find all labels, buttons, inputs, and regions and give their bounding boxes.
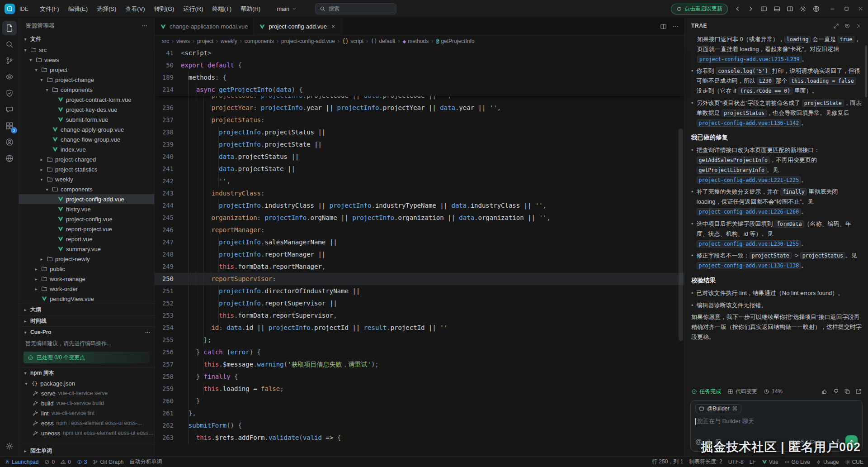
tree-item[interactable]: ▾project bbox=[19, 65, 154, 75]
menu-item[interactable]: 查看(V) bbox=[121, 3, 149, 15]
status-item[interactable]: Usage bbox=[816, 459, 839, 465]
npm-script-item[interactable]: buildvue-cli-service build bbox=[19, 398, 154, 408]
toggle-sidebar-icon[interactable] bbox=[760, 5, 767, 12]
ai-chat-input[interactable]: @Builder ⌘ 您正在与 Builder 聊天 @ # GPT-5.3-C… bbox=[690, 400, 863, 452]
section-files[interactable]: ▾ 文件 bbox=[19, 33, 154, 45]
menu-item[interactable]: 编辑(E) bbox=[64, 3, 92, 15]
status-item[interactable]: LF bbox=[750, 459, 756, 465]
code-line[interactable]: 239projectInfo.projectState || bbox=[155, 138, 684, 151]
menu-item[interactable]: 选择(S) bbox=[93, 3, 120, 15]
code-line[interactable]: 250reportSupervisor: bbox=[155, 273, 684, 285]
npm-script-item[interactable]: lintvue-cli-service lint bbox=[19, 408, 154, 418]
split-editor-icon[interactable] bbox=[660, 23, 667, 30]
code-line[interactable]: 256} catch (error) { bbox=[155, 346, 684, 358]
extensions-icon[interactable]: 3 bbox=[2, 119, 17, 133]
back-icon[interactable] bbox=[734, 5, 741, 12]
code-line[interactable]: 253this.formData.reportSupervisor, bbox=[155, 310, 684, 322]
tree-item[interactable]: change-apply-group.vue bbox=[19, 124, 154, 134]
code-line[interactable]: 245organization: projectInfo.orgName || … bbox=[155, 212, 684, 224]
breadcrumb-item[interactable]: ◆methods bbox=[402, 38, 429, 44]
breadcrumb-item[interactable]: project bbox=[197, 38, 213, 44]
code-line[interactable]: 214async getProjectInfo(data) { bbox=[155, 84, 684, 96]
code-line[interactable]: 236projectYear: projectInfo.year || proj… bbox=[155, 102, 684, 114]
code-line[interactable]: 257this.$message.warning('获取项目信息失败，请重试')… bbox=[155, 358, 684, 371]
chat-icon[interactable] bbox=[2, 102, 17, 117]
model-selector[interactable]: GPT-5.3-Codex bbox=[789, 439, 831, 444]
editor-scrollbar[interactable] bbox=[679, 129, 683, 341]
copy-icon[interactable] bbox=[844, 388, 850, 395]
more-actions-icon[interactable] bbox=[145, 329, 151, 335]
minimize-icon[interactable] bbox=[830, 6, 835, 12]
section-cuepro[interactable]: ▾ Cue-Pro bbox=[19, 326, 154, 338]
code-line[interactable]: 242'', bbox=[155, 175, 684, 187]
code-line[interactable]: 258} finally { bbox=[155, 371, 684, 383]
status-item[interactable]: Go Live bbox=[784, 459, 810, 465]
code-line[interactable]: 244projectInfo.industryClass || projectI… bbox=[155, 200, 684, 212]
tree-item[interactable]: ▾src bbox=[19, 45, 154, 55]
code-line[interactable]: 238projectInfo.projectStatus || bbox=[155, 126, 684, 138]
explorer-icon[interactable] bbox=[2, 21, 17, 35]
code-reference-link[interactable]: project-config-add.vue:L215-L239 bbox=[697, 56, 802, 63]
code-reference-link[interactable]: project-config-add.vue:L221-L225 bbox=[697, 176, 802, 184]
status-item[interactable]: Git Graph bbox=[93, 459, 123, 465]
toggle-secondary-sidebar-icon[interactable] bbox=[787, 5, 793, 12]
code-line[interactable]: 260} bbox=[155, 395, 684, 407]
code-line[interactable]: 251projectInfo.directorOfIndustryName || bbox=[155, 285, 684, 297]
editor-tab[interactable]: project-config-add.vue× bbox=[254, 18, 342, 35]
forward-icon[interactable] bbox=[747, 5, 754, 12]
debug-icon[interactable] bbox=[2, 86, 17, 100]
microphone-icon[interactable] bbox=[835, 438, 841, 445]
breadcrumb-item[interactable]: @getProjectInfo bbox=[436, 38, 474, 44]
status-item[interactable]: 0 bbox=[44, 459, 55, 465]
history-icon[interactable] bbox=[844, 23, 850, 29]
code-line[interactable]: 41<script> bbox=[155, 47, 684, 59]
global-search-input[interactable]: 搜索 bbox=[315, 3, 396, 14]
code-line[interactable]: 248projectInfo.reportManager || bbox=[155, 248, 684, 261]
breadcrumb-item[interactable]: project-config-add.vue bbox=[281, 38, 335, 44]
code-line[interactable]: 246reportManager: bbox=[155, 224, 684, 236]
code-line[interactable]: 262submitForm() { bbox=[155, 419, 684, 432]
code-line[interactable]: 252projectInfo.reportSupervisor || bbox=[155, 297, 684, 310]
tree-item[interactable]: histry.vue bbox=[19, 204, 154, 214]
tree-item[interactable]: summary.vue bbox=[19, 244, 154, 254]
panel-scrollbar[interactable] bbox=[865, 45, 867, 97]
menu-item[interactable]: 文件(F) bbox=[36, 3, 63, 15]
menu-item[interactable]: 运行(R) bbox=[179, 3, 207, 15]
breadcrumb-item[interactable]: components bbox=[245, 38, 274, 44]
status-item[interactable]: 制表符长度: 2 bbox=[689, 458, 722, 466]
app-logo-icon[interactable] bbox=[5, 4, 15, 14]
code-reference-link[interactable]: project-config-add.vue:L136-L142 bbox=[697, 119, 802, 127]
expand-icon[interactable] bbox=[833, 23, 839, 29]
breadcrumb-item[interactable]: src bbox=[162, 38, 169, 44]
source-control-icon[interactable] bbox=[2, 53, 17, 68]
status-item[interactable]: UTF-8 bbox=[728, 459, 744, 465]
menu-item[interactable]: 终端(T) bbox=[208, 3, 236, 15]
tree-item[interactable]: project-config.vue bbox=[19, 214, 154, 224]
npm-script-item[interactable]: servevue-cli-service serve bbox=[19, 388, 154, 398]
tree-item[interactable]: ▸public bbox=[19, 264, 154, 274]
section-npm-scripts[interactable]: ▾ npm 脚本 bbox=[19, 367, 154, 378]
send-button[interactable] bbox=[845, 435, 858, 448]
code-line[interactable]: 243industryClass: bbox=[155, 187, 684, 200]
maximize-icon[interactable] bbox=[844, 6, 849, 12]
tree-item[interactable]: ▸project-newly bbox=[19, 254, 154, 264]
code-reference-link[interactable]: project-config-add.vue:L136-L138 bbox=[697, 262, 802, 269]
share-icon[interactable] bbox=[855, 388, 862, 395]
tree-item[interactable]: project-contract-form.vue bbox=[19, 95, 154, 105]
tree-item[interactable]: project-config-add.vue bbox=[19, 194, 154, 204]
code-line[interactable]: 263this.$refs.addForm.validate(valid => … bbox=[155, 432, 684, 444]
tree-item[interactable]: report.vue bbox=[19, 234, 154, 244]
code-line[interactable]: 50export default { bbox=[155, 59, 684, 71]
code-editor[interactable]: 41<script>50export default {189methods: … bbox=[155, 47, 684, 456]
tree-item[interactable]: ▾project-change bbox=[19, 75, 154, 85]
npm-script-item[interactable]: uneossnpm uni eoss-element eoss-ui eoss-… bbox=[19, 428, 154, 438]
status-item[interactable]: 3 bbox=[77, 459, 87, 465]
toggle-panel-icon[interactable] bbox=[774, 5, 780, 12]
section-unknown-words[interactable]: ▸ 陌生单词 bbox=[19, 445, 154, 456]
status-item[interactable]: Launchpad bbox=[5, 459, 38, 465]
breadcrumb-item[interactable]: weekly bbox=[221, 38, 237, 44]
tree-item[interactable]: report-project.vue bbox=[19, 224, 154, 234]
chat-input-field[interactable]: 您正在与 Builder 聊天 bbox=[695, 417, 858, 434]
code-line[interactable]: 247projectInfo.salesManagerName || bbox=[155, 236, 684, 248]
code-line[interactable]: 259this.loading = false; bbox=[155, 383, 684, 395]
